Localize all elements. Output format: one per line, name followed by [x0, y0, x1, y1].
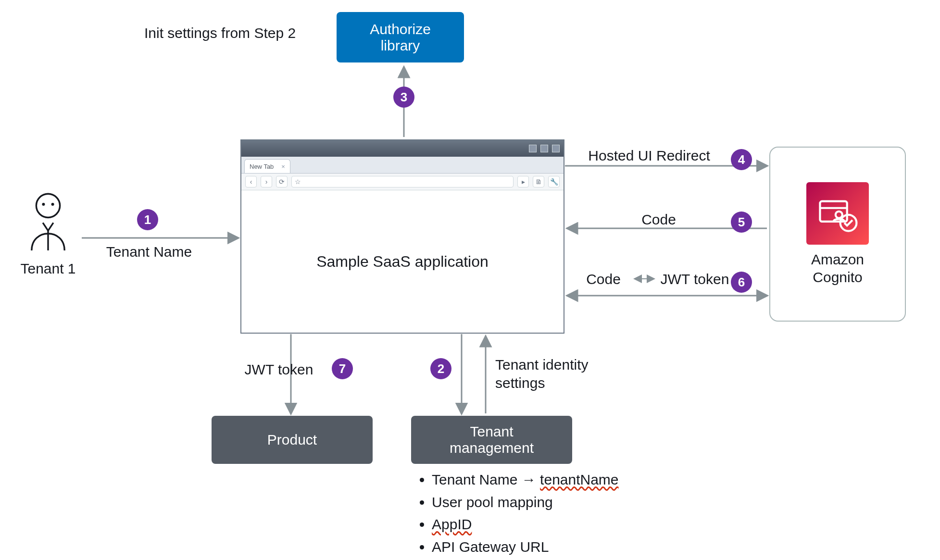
edge-label-init-settings: Init settings from Step 2: [144, 24, 327, 42]
bullet-4: API Gateway URL: [432, 536, 619, 559]
step-badge-5: 5: [731, 212, 752, 233]
tenant-mgmt-bullets: Tenant Name → tenantName User pool mappi…: [418, 469, 619, 558]
tenant-label: Tenant 1: [5, 260, 91, 278]
browser-body: Sample SaaS application: [241, 190, 564, 333]
svg-point-11: [51, 203, 54, 206]
bullet-3-text: AppID: [432, 516, 472, 532]
tenant-management-box: Tenant management: [411, 416, 572, 464]
edge-label-code: Code: [620, 211, 697, 229]
url-bar: ☆: [291, 176, 514, 187]
step-badge-4: 4: [731, 149, 752, 170]
bullet-1-prefix: Tenant Name →: [432, 472, 540, 487]
close-icon: [552, 145, 560, 152]
user-icon: [22, 190, 75, 252]
cognito-label: Amazon Cognito: [811, 250, 864, 286]
bullet-1-em: tenantName: [540, 472, 618, 487]
step-badge-1: 1: [137, 209, 158, 230]
star-icon: ☆: [295, 178, 301, 186]
tab-close-icon: ×: [281, 163, 285, 170]
edge-label-hosted-ui: Hosted UI Redirect: [577, 147, 721, 165]
step-badge-2: 2: [430, 358, 451, 379]
edge-label-code-jwt-left: Code: [575, 270, 632, 288]
minimize-icon: [529, 145, 537, 152]
edge-label-tenant-identity: Tenant identity settings: [495, 356, 620, 392]
browser-titlebar: [241, 140, 564, 157]
play-icon: ▸: [517, 176, 529, 187]
reload-icon: ⟳: [276, 176, 288, 187]
browser-window: New Tab × ‹ › ⟳ ☆ ▸ 🗎 🔧 Sample SaaS appl…: [240, 139, 564, 334]
authorize-library-box: Authorize library: [337, 12, 464, 62]
bullet-3: AppID: [432, 513, 619, 536]
edge-label-tenant-name: Tenant Name: [82, 243, 216, 261]
step-badge-7: 7: [332, 358, 353, 379]
step-badge-3: 3: [393, 87, 414, 108]
edge-label-code-jwt-right: JWT token: [654, 270, 736, 288]
forward-icon: ›: [261, 176, 272, 187]
page-icon: 🗎: [533, 176, 544, 187]
browser-tab: New Tab ×: [244, 159, 290, 173]
browser-toolbar: ‹ › ⟳ ☆ ▸ 🗎 🔧: [241, 174, 564, 190]
svg-point-9: [36, 194, 60, 217]
product-box: Product: [212, 416, 373, 464]
amazon-cognito-card: Amazon Cognito: [769, 147, 906, 322]
browser-tab-label: New Tab: [250, 163, 274, 170]
back-icon: ‹: [245, 176, 257, 187]
bullet-2: User pool mapping: [432, 491, 619, 514]
wrench-icon: 🔧: [548, 176, 560, 187]
svg-point-10: [42, 203, 45, 206]
svg-point-15: [836, 211, 842, 218]
diagram-canvas: Tenant 1 New Tab × ‹ › ⟳ ☆ ▸ 🗎 🔧 Sample …: [0, 0, 940, 560]
bullet-1: Tenant Name → tenantName: [432, 469, 619, 491]
maximize-icon: [540, 145, 548, 152]
cognito-icon: [806, 182, 869, 245]
svg-rect-13: [820, 201, 847, 221]
edge-label-jwt-token: JWT token: [236, 361, 322, 379]
browser-tabbar: New Tab ×: [241, 157, 564, 174]
